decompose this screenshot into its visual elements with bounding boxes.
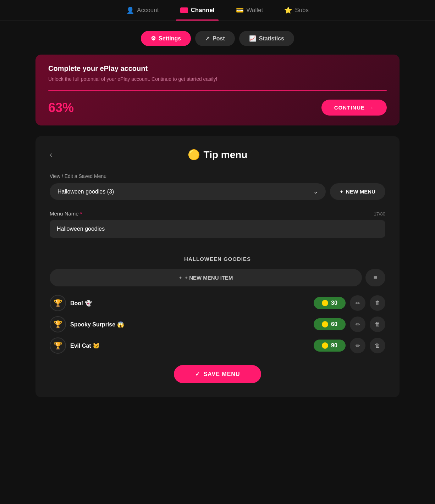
coin-value-3: 90 xyxy=(331,342,337,349)
nav-item-subs[interactable]: ⭐ Subs xyxy=(284,6,309,21)
saved-menu-dropdown[interactable]: Halloween goodies (3) ⌄ xyxy=(50,183,326,200)
menu-item-row: 🏆 Spooky Surprise 😱 60 ✏ 🗑 xyxy=(50,316,385,332)
subnav-statistics-label: Statistics xyxy=(259,35,284,42)
delete-button-3[interactable]: 🗑 xyxy=(370,338,385,353)
banner-title: Complete your ePlay account xyxy=(48,65,387,73)
tip-menu-title: 🟡 Tip menu xyxy=(188,149,248,161)
item-icon-2: 🏆 xyxy=(50,316,66,332)
channel-icon xyxy=(180,7,188,13)
save-menu-label: SAVE MENU xyxy=(204,371,240,377)
continue-button[interactable]: CONTINUE → xyxy=(321,100,387,116)
item-name-3: Evil Cat 🐱 xyxy=(70,342,309,349)
coin-badge-1: 30 xyxy=(314,297,346,309)
check-icon: ✓ xyxy=(195,371,200,377)
plus-icon: + xyxy=(340,189,343,195)
list-view-button[interactable]: ≡ xyxy=(365,269,385,286)
continue-label: CONTINUE xyxy=(334,105,365,111)
list-icon: ≡ xyxy=(374,274,378,281)
coin-badge-3: 90 xyxy=(314,340,346,352)
chevron-down-icon: ⌄ xyxy=(313,188,318,195)
menu-name-input[interactable] xyxy=(50,220,385,238)
coin-dot-1 xyxy=(322,300,328,306)
nav-label-account: Account xyxy=(137,7,159,14)
coin-dot-2 xyxy=(322,321,328,327)
item-icon-1: 🏆 xyxy=(50,295,66,311)
coin-badge-2: 60 xyxy=(314,318,346,330)
nav-item-wallet[interactable]: 💳 Wallet xyxy=(236,6,263,21)
menu-items-list: 🏆 Boo! 👻 30 ✏ 🗑 🏆 Spooky Surprise 😱 60 ✏ xyxy=(50,295,385,354)
sub-nav: ⚙ Settings ↗ Post 📈 Statistics xyxy=(0,21,435,55)
saved-menu-label: View / Edit a Saved Menu xyxy=(50,173,385,179)
subnav-settings-button[interactable]: ⚙ Settings xyxy=(141,31,191,46)
banner-description: Unlock the full potential of your ePlay … xyxy=(48,76,387,82)
new-menu-label: NEW MENU xyxy=(346,189,375,195)
account-icon: 👤 xyxy=(126,6,134,14)
trash-icon-1: 🗑 xyxy=(375,300,380,306)
menu-item-row: 🏆 Evil Cat 🐱 90 ✏ 🗑 xyxy=(50,337,385,354)
statistics-icon: 📈 xyxy=(249,35,256,42)
menu-item-row: 🏆 Boo! 👻 30 ✏ 🗑 xyxy=(50,295,385,311)
plus-new-item-icon: + xyxy=(178,275,182,281)
edit-button-1[interactable]: ✏ xyxy=(350,295,365,311)
save-menu-button[interactable]: ✓ SAVE MENU xyxy=(174,365,261,383)
tip-menu-title-text: Tip menu xyxy=(204,149,248,161)
edit-button-3[interactable]: ✏ xyxy=(350,338,365,353)
saved-menu-row: Halloween goodies (3) ⌄ + NEW MENU xyxy=(50,183,385,200)
section-divider xyxy=(50,248,385,248)
edit-icon-3: ✏ xyxy=(356,342,360,349)
menu-name-label-text: Menu Name xyxy=(50,211,79,217)
required-star: * xyxy=(80,211,82,217)
coin-value-1: 30 xyxy=(331,300,337,306)
tip-menu-card: ‹ 🟡 Tip menu View / Edit a Saved Menu Ha… xyxy=(35,136,400,397)
subnav-post-button[interactable]: ↗ Post xyxy=(195,31,235,46)
edit-icon-1: ✏ xyxy=(356,300,360,307)
nav-label-subs: Subs xyxy=(295,7,309,14)
nav-label-wallet: Wallet xyxy=(247,7,263,14)
arrow-right-icon: → xyxy=(368,105,374,111)
delete-button-1[interactable]: 🗑 xyxy=(370,295,385,311)
menu-name-label: Menu Name * xyxy=(50,211,82,217)
nav-item-channel[interactable]: Channel xyxy=(180,7,215,20)
back-button[interactable]: ‹ xyxy=(50,150,52,159)
item-name-2: Spooky Surprise 😱 xyxy=(70,321,309,328)
post-icon: ↗ xyxy=(205,35,210,42)
tip-menu-header: ‹ 🟡 Tip menu xyxy=(50,149,385,161)
subnav-post-label: Post xyxy=(213,35,225,42)
save-menu-row: ✓ SAVE MENU xyxy=(50,365,385,383)
item-icon-3: 🏆 xyxy=(50,337,66,354)
section-title: HALLOWEEN GOODIES xyxy=(50,256,385,262)
coin-value-2: 60 xyxy=(331,321,337,327)
saved-menu-value: Halloween goodies (3) xyxy=(57,189,114,195)
settings-icon: ⚙ xyxy=(151,35,156,42)
banner-divider xyxy=(48,90,387,91)
subs-icon: ⭐ xyxy=(284,6,292,14)
back-icon: ‹ xyxy=(50,150,52,159)
top-nav: 👤 Account Channel 💳 Wallet ⭐ Subs xyxy=(0,0,435,21)
complete-account-banner: Complete your ePlay account Unlock the f… xyxy=(35,55,400,125)
edit-icon-2: ✏ xyxy=(356,321,360,328)
action-row: + + NEW MENU ITEM ≡ xyxy=(50,269,385,286)
char-count: 17/80 xyxy=(374,211,385,217)
coin-dot-3 xyxy=(322,342,328,349)
new-item-label: + NEW MENU ITEM xyxy=(185,275,233,281)
nav-label-channel: Channel xyxy=(191,7,215,14)
delete-button-2[interactable]: 🗑 xyxy=(370,317,385,332)
wallet-icon: 💳 xyxy=(236,6,244,14)
tip-menu-coin-icon: 🟡 xyxy=(188,149,200,161)
trash-icon-2: 🗑 xyxy=(375,321,380,327)
item-name-1: Boo! 👻 xyxy=(70,300,309,307)
banner-bottom: 63% CONTINUE → xyxy=(48,100,387,116)
trash-icon-3: 🗑 xyxy=(375,342,380,349)
menu-name-row: Menu Name * 17/80 xyxy=(50,211,385,217)
progress-percent: 63% xyxy=(48,100,74,115)
nav-item-account[interactable]: 👤 Account xyxy=(126,6,159,21)
new-menu-button[interactable]: + NEW MENU xyxy=(330,183,385,200)
edit-button-2[interactable]: ✏ xyxy=(350,317,365,332)
new-menu-item-button[interactable]: + + NEW MENU ITEM xyxy=(50,269,362,286)
subnav-statistics-button[interactable]: 📈 Statistics xyxy=(239,31,294,46)
subnav-settings-label: Settings xyxy=(159,35,181,42)
